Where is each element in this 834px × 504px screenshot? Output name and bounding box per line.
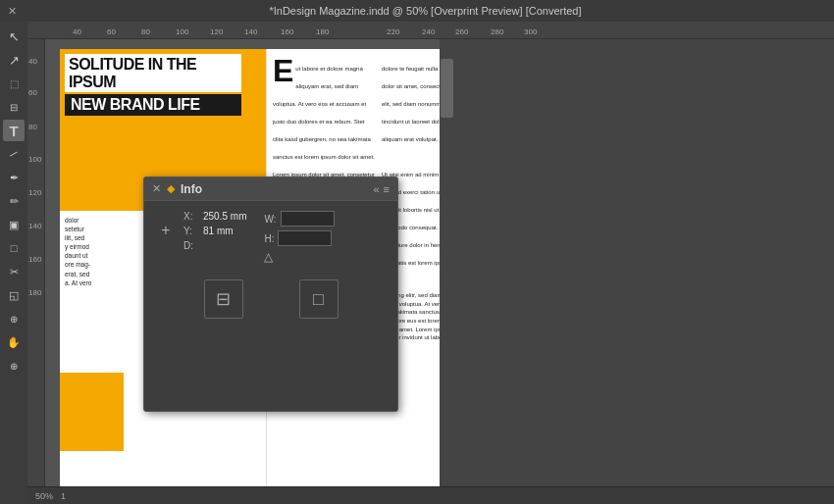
ruler-mark-80: 80 [141,27,150,36]
ruler-mark-40: 40 [73,27,81,36]
content-area: 40 60 80 100 120 140 160 180 220 240 260… [27,22,834,504]
ruler-vmark-160: 160 [28,255,41,264]
ruler-vmark-120: 120 [28,188,41,197]
tool-direct[interactable]: ↗ [3,49,25,71]
title-bar: ✕ *InDesign Magazine.indd @ 50% [Overpri… [0,0,834,22]
tool-gradient[interactable]: ◱ [3,284,25,306]
ruler-mark-300: 300 [524,27,537,36]
info-panel-header-left: ✕ ◆ Info [152,182,202,196]
zoom-level: 50% [35,491,53,501]
tool-shape[interactable]: □ [3,237,25,259]
tool-select[interactable]: ↖ [3,25,25,47]
drop-cap: E [273,59,293,84]
ruler-vmark-180: 180 [28,288,41,297]
info-icon-button-1[interactable]: ⊟ [204,279,243,319]
d-label: D: [183,240,199,251]
headline-line2: NEW BRAND LIFE [65,94,241,116]
ruler-mark-100: 100 [176,27,188,36]
close-button[interactable]: ✕ [8,5,17,18]
w-field[interactable] [281,211,335,227]
yellow-block-bottom [60,373,124,451]
ruler-mark-240: 240 [422,27,435,36]
x-value: 250.5 mm [203,211,246,222]
tool-pen[interactable]: ✒ [3,167,25,188]
tool-scissors[interactable]: ✂ [3,261,25,282]
tool-zoom[interactable]: ⊕ [3,355,25,377]
headline-line1: SOLITUDE IN THE IPSUM [65,54,241,92]
ruler-mark-60: 60 [107,27,116,36]
info-icon-button-2[interactable]: □ [299,279,339,319]
h-label: H: [264,233,274,244]
tool-line[interactable]: / [0,138,29,169]
vertical-scrollbar[interactable] [440,39,834,486]
ruler-vmark-60: 60 [28,88,37,97]
info-panel-close-button[interactable]: ✕ [152,182,161,195]
tool-pencil[interactable]: ✏ [3,190,25,212]
rounded-rect-icon: ⊟ [216,288,231,310]
ruler-horizontal: 40 60 80 100 120 140 160 180 220 240 260… [27,22,834,39]
tool-type[interactable]: T [3,120,25,141]
angle-icon: △ [264,250,273,264]
info-panel-title: Info [181,182,202,196]
ruler-mark-220: 220 [387,27,399,36]
page-left-text: dolor setetur ilit, sed y eirmod daunt u… [65,216,153,287]
tool-frame[interactable]: ▣ [3,214,25,235]
ruler-mark-260: 260 [455,27,468,36]
tool-page[interactable]: ⬚ [3,73,25,94]
ruler-mark-280: 280 [491,27,503,36]
canvas-area: 40 60 80 100 120 140 160 180 [27,39,834,486]
info-panel-header: ✕ ◆ Info « ≡ [144,177,397,201]
ruler-mark-120: 120 [210,27,223,36]
scrollbar-thumb[interactable] [441,59,453,118]
page-indicator: 1 [61,491,66,501]
info-panel-expand-button[interactable]: « [373,183,379,195]
ruler-vmark-140: 140 [28,222,41,230]
info-icons-row: ⊟ □ [156,279,386,319]
ruler-vmark-80: 80 [28,123,37,131]
ruler-mark-180: 180 [316,27,329,36]
headline-box: SOLITUDE IN THE IPSUM NEW BRAND LIFE [65,54,241,116]
info-diamond-icon: ◆ [167,182,175,195]
info-panel-menu-button[interactable]: ≡ [384,183,390,195]
info-panel-body: + X: 250.5 mm Y: 81 mm [144,201,397,328]
tool-gap[interactable]: ⊟ [3,96,25,118]
ruler-vmark-100: 100 [28,155,41,164]
x-label: X: [183,211,199,222]
w-label: W: [264,214,276,225]
ruler-vertical: 40 60 80 100 120 140 160 180 [27,39,45,486]
bottom-bar: 50% 1 [27,486,834,504]
ruler-vmark-40: 40 [28,57,37,66]
y-value: 81 mm [203,226,234,236]
tool-hand[interactable]: ✋ [3,331,25,353]
left-toolbar: ↖ ↗ ⬚ ⊟ T / ✒ ✏ ▣ □ ✂ ◱ ⊕ ✋ ⊕ [0,22,27,504]
square-icon: □ [313,289,324,310]
crosshair-icon: + [161,222,170,239]
app-container: ↖ ↗ ⬚ ⊟ T / ✒ ✏ ▣ □ ✂ ◱ ⊕ ✋ ⊕ 40 60 80 1… [0,22,834,504]
ruler-mark-140: 140 [244,27,257,36]
h-field[interactable] [278,230,332,246]
window-title: *InDesign Magazine.indd @ 50% [Overprint… [25,5,826,17]
page-canvas: SOLITUDE IN THE IPSUM NEW BRAND LIFE dol… [45,39,440,486]
tool-eyedrop[interactable]: ⊕ [3,308,25,329]
info-panel: ✕ ◆ Info « ≡ + [143,176,398,412]
y-label: Y: [183,226,199,236]
ruler-mark-160: 160 [281,27,293,36]
